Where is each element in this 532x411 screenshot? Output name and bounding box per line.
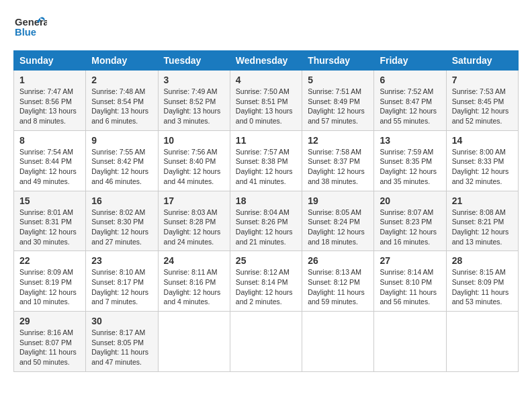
calendar-day-cell: 9 Sunrise: 7:55 AM Sunset: 8:42 PM Dayli… [86,130,158,191]
daylight-text: Daylight: 12 hours and 49 minutes. [19,167,77,185]
calendar-week-row: 8 Sunrise: 7:54 AM Sunset: 8:44 PM Dayli… [14,130,519,191]
calendar-day-cell: 24 Sunrise: 8:11 AM Sunset: 8:16 PM Dayl… [158,251,230,312]
sunset-text: Sunset: 8:16 PM [164,278,216,286]
day-number: 24 [164,255,224,266]
sunrise-text: Sunrise: 7:56 AM [164,148,218,156]
day-number: 10 [164,135,224,146]
daylight-text: Daylight: 11 hours and 59 minutes. [308,288,365,306]
day-info: Sunrise: 8:17 AM Sunset: 8:05 PM Dayligh… [91,328,152,367]
calendar-day-cell: 29 Sunrise: 8:16 AM Sunset: 8:07 PM Dayl… [14,312,86,372]
calendar-day-cell: 1 Sunrise: 7:47 AM Sunset: 8:56 PM Dayli… [14,71,86,131]
sunrise-text: Sunrise: 8:13 AM [308,268,361,276]
calendar-day-cell: 4 Sunrise: 7:50 AM Sunset: 8:51 PM Dayli… [230,71,302,131]
sunset-text: Sunset: 8:12 PM [308,278,360,286]
sunset-text: Sunset: 8:56 PM [19,97,72,105]
day-info: Sunrise: 7:54 AM Sunset: 8:44 PM Dayligh… [19,147,80,187]
day-number: 11 [236,135,296,146]
sunrise-text: Sunrise: 8:09 AM [19,268,73,276]
sunset-text: Sunset: 8:19 PM [19,278,72,286]
sunrise-text: Sunrise: 8:08 AM [452,208,506,216]
weekday-header-cell: Monday [86,51,158,71]
daylight-text: Daylight: 12 hours and 16 minutes. [380,228,437,246]
sunset-text: Sunset: 8:21 PM [452,218,504,226]
day-info: Sunrise: 7:55 AM Sunset: 8:42 PM Dayligh… [91,147,152,187]
daylight-text: Daylight: 13 hours and 8 minutes. [19,107,77,125]
calendar-week-row: 22 Sunrise: 8:09 AM Sunset: 8:19 PM Dayl… [14,251,519,312]
calendar-day-cell [302,312,374,372]
daylight-text: Daylight: 12 hours and 52 minutes. [452,107,509,125]
daylight-text: Daylight: 12 hours and 46 minutes. [91,167,148,185]
sunset-text: Sunset: 8:42 PM [91,157,144,165]
calendar-day-cell: 14 Sunrise: 8:00 AM Sunset: 8:33 PM Dayl… [446,130,518,191]
daylight-text: Daylight: 12 hours and 57 minutes. [308,107,365,125]
page-header: General Blue [13,13,519,44]
day-number: 4 [236,75,296,85]
calendar-day-cell: 8 Sunrise: 7:54 AM Sunset: 8:44 PM Dayli… [14,130,86,191]
calendar-body: 1 Sunrise: 7:47 AM Sunset: 8:56 PM Dayli… [14,71,519,372]
sunrise-text: Sunrise: 8:00 AM [452,148,506,156]
sunrise-text: Sunrise: 7:54 AM [19,148,73,156]
day-number: 22 [19,255,80,266]
day-number: 13 [380,135,440,146]
daylight-text: Daylight: 12 hours and 10 minutes. [19,288,77,306]
sunrise-text: Sunrise: 7:57 AM [236,148,290,156]
sunset-text: Sunset: 8:23 PM [380,218,432,226]
sunrise-text: Sunrise: 8:01 AM [19,208,73,216]
daylight-text: Daylight: 12 hours and 2 minutes. [236,288,293,306]
sunset-text: Sunset: 8:24 PM [308,218,360,226]
sunrise-text: Sunrise: 7:53 AM [452,87,506,95]
day-info: Sunrise: 7:56 AM Sunset: 8:40 PM Dayligh… [164,147,224,187]
day-info: Sunrise: 8:05 AM Sunset: 8:24 PM Dayligh… [308,208,368,247]
logo: General Blue [13,13,47,44]
day-number: 3 [164,75,224,85]
day-number: 16 [91,195,152,206]
day-number: 2 [91,75,152,85]
sunrise-text: Sunrise: 7:47 AM [19,87,73,95]
day-number: 27 [380,255,440,266]
calendar-day-cell: 11 Sunrise: 7:57 AM Sunset: 8:38 PM Dayl… [230,130,302,191]
calendar-day-cell [158,312,230,372]
day-info: Sunrise: 8:09 AM Sunset: 8:19 PM Dayligh… [19,267,80,307]
daylight-text: Daylight: 12 hours and 21 minutes. [236,228,293,246]
day-number: 14 [452,135,513,146]
sunset-text: Sunset: 8:10 PM [380,278,432,286]
sunrise-text: Sunrise: 7:58 AM [308,148,361,156]
calendar-day-cell: 30 Sunrise: 8:17 AM Sunset: 8:05 PM Dayl… [86,312,158,372]
calendar-day-cell: 19 Sunrise: 8:05 AM Sunset: 8:24 PM Dayl… [302,191,374,251]
day-info: Sunrise: 8:10 AM Sunset: 8:17 PM Dayligh… [91,267,152,307]
day-number: 6 [380,75,440,85]
sunset-text: Sunset: 8:38 PM [236,157,288,165]
sunrise-text: Sunrise: 8:03 AM [164,208,218,216]
daylight-text: Daylight: 12 hours and 38 minutes. [308,167,365,185]
daylight-text: Daylight: 13 hours and 6 minutes. [91,107,148,125]
sunset-text: Sunset: 8:31 PM [19,218,72,226]
sunset-text: Sunset: 8:17 PM [91,278,144,286]
daylight-text: Daylight: 11 hours and 47 minutes. [91,348,148,366]
sunrise-text: Sunrise: 7:48 AM [91,87,145,95]
sunset-text: Sunset: 8:33 PM [452,157,504,165]
calendar-day-cell: 12 Sunrise: 7:58 AM Sunset: 8:37 PM Dayl… [302,130,374,191]
day-info: Sunrise: 8:04 AM Sunset: 8:26 PM Dayligh… [236,208,296,247]
day-number: 28 [452,255,513,266]
daylight-text: Daylight: 13 hours and 0 minutes. [236,107,293,125]
calendar-week-row: 15 Sunrise: 8:01 AM Sunset: 8:31 PM Dayl… [14,191,519,251]
day-number: 15 [19,195,80,206]
day-info: Sunrise: 8:07 AM Sunset: 8:23 PM Dayligh… [380,208,440,247]
calendar-day-cell: 15 Sunrise: 8:01 AM Sunset: 8:31 PM Dayl… [14,191,86,251]
day-info: Sunrise: 8:11 AM Sunset: 8:16 PM Dayligh… [164,267,224,307]
daylight-text: Daylight: 12 hours and 35 minutes. [380,167,437,185]
sunset-text: Sunset: 8:40 PM [164,157,216,165]
weekday-header-cell: Sunday [14,51,86,71]
daylight-text: Daylight: 12 hours and 24 minutes. [164,228,221,246]
calendar-table: SundayMondayTuesdayWednesdayThursdayFrid… [13,50,519,372]
calendar-day-cell [446,312,518,372]
daylight-text: Daylight: 12 hours and 55 minutes. [380,107,437,125]
day-number: 19 [308,195,368,206]
day-number: 7 [452,75,513,85]
daylight-text: Daylight: 12 hours and 4 minutes. [164,288,221,306]
sunset-text: Sunset: 8:51 PM [236,97,288,105]
calendar-day-cell: 25 Sunrise: 8:12 AM Sunset: 8:14 PM Dayl… [230,251,302,312]
calendar-day-cell: 23 Sunrise: 8:10 AM Sunset: 8:17 PM Dayl… [86,251,158,312]
calendar-day-cell: 17 Sunrise: 8:03 AM Sunset: 8:28 PM Dayl… [158,191,230,251]
calendar-day-cell: 5 Sunrise: 7:51 AM Sunset: 8:49 PM Dayli… [302,71,374,131]
